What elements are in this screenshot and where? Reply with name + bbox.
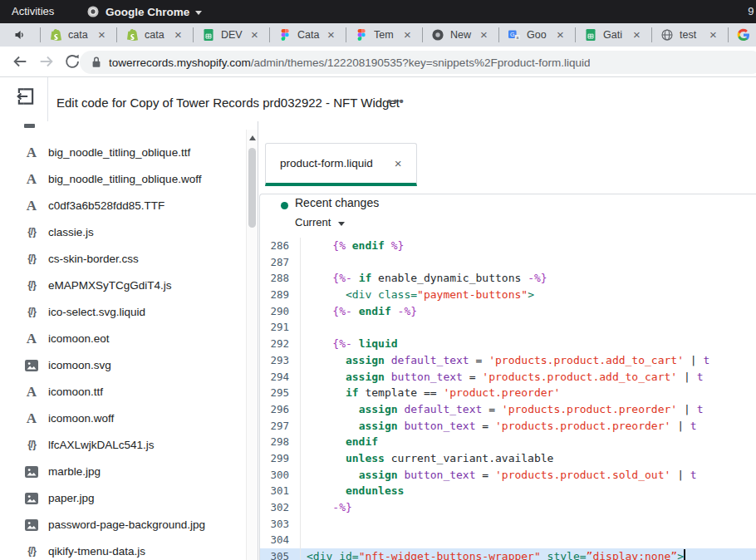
- line-number: 289: [260, 287, 301, 303]
- browser-tab[interactable]: test×: [651, 23, 728, 47]
- file-item[interactable]: paper.jpg: [0, 484, 239, 511]
- code-lines[interactable]: 286 {% endif %}287288 {%- if enable_dyna…: [260, 238, 756, 560]
- file-item[interactable]: {/}cs-skin-border.css: [0, 245, 239, 272]
- app-menu[interactable]: Google Chrome: [86, 0, 202, 23]
- code-line[interactable]: 296 assign default_text = 'products.prod…: [260, 401, 756, 418]
- tab-close-icon[interactable]: ×: [480, 28, 488, 42]
- editor-tab-close-icon[interactable]: ×: [395, 156, 402, 170]
- line-number: 301: [260, 483, 301, 499]
- exit-editor-button[interactable]: [15, 86, 37, 107]
- tab-close-icon[interactable]: ×: [251, 28, 258, 42]
- browser-tab[interactable]: DEV×: [193, 23, 269, 47]
- code-line[interactable]: 286 {% endif %}: [260, 238, 756, 254]
- tab-close-icon[interactable]: ×: [327, 28, 335, 42]
- line-number: 286: [260, 238, 301, 254]
- line-number: 297: [260, 418, 301, 435]
- line-number: 294: [260, 369, 301, 386]
- image-file-icon: [22, 357, 41, 372]
- scrollbar-thumb[interactable]: [248, 148, 256, 228]
- browser-tab[interactable]: cata×: [40, 23, 116, 47]
- file-item[interactable]: icomoon.svg: [0, 351, 239, 378]
- file-name: big_noodle_titling_oblique.ttf: [48, 146, 190, 159]
- code-line[interactable]: 297 assign button_text = 'products.produ…: [260, 418, 756, 435]
- code-line[interactable]: 292 {%- liquid: [260, 336, 756, 352]
- app-menu-label: Google Chrome: [106, 6, 189, 18]
- activities-button[interactable]: Activities: [12, 0, 54, 23]
- browser-tab[interactable]: cata×: [116, 23, 193, 47]
- file-item[interactable]: Ac0df3a6b528fdd85.TTF: [0, 192, 239, 219]
- code-line[interactable]: 291: [260, 319, 756, 336]
- code-line[interactable]: 288 {%- if enable_dynamic_buttons -%}: [260, 270, 756, 287]
- version-dropdown-label: Current: [295, 216, 331, 228]
- file-item[interactable]: Abig_noodle_titling_oblique.ttf: [0, 139, 239, 165]
- file-item[interactable]: password-page-background.jpg: [0, 511, 239, 538]
- browser-tab[interactable]: Tem×: [346, 23, 422, 47]
- code-line[interactable]: 301 endunless: [260, 483, 756, 499]
- back-button[interactable]: [11, 52, 29, 71]
- figma-icon: [278, 28, 292, 42]
- line-number: 290: [260, 303, 301, 320]
- code-line[interactable]: 295 if template == 'product.preorder': [260, 385, 756, 401]
- line-number: 302: [260, 499, 301, 516]
- font-file-icon: A: [22, 385, 41, 399]
- code-line[interactable]: 304: [260, 532, 756, 548]
- editor-file-tab[interactable]: product-form.liquid ×: [265, 143, 417, 186]
- more-actions-button[interactable]: •••: [387, 77, 405, 125]
- recent-changes-label: Recent changes: [295, 196, 379, 209]
- tab-close-icon[interactable]: ×: [633, 28, 641, 42]
- code-line[interactable]: 294 assign button_text = 'products.produ…: [260, 369, 756, 386]
- shopify-icon: [125, 28, 139, 42]
- code-file-icon: {/}: [22, 306, 41, 317]
- file-item[interactable]: marble.jpg: [0, 458, 239, 484]
- tab-close-icon[interactable]: ×: [557, 28, 564, 42]
- partially-scrolled-item: [24, 124, 35, 128]
- reload-button[interactable]: [63, 52, 81, 71]
- scroll-up-arrow-icon[interactable]: [249, 135, 256, 140]
- code-line[interactable]: 302 -%}: [260, 499, 756, 516]
- file-item[interactable]: Aicomoon.woff: [0, 405, 239, 431]
- file-item[interactable]: {/}qikify-tmenu-data.js: [0, 538, 239, 560]
- code-line[interactable]: 305<div id="nft-widget-buttons-wrapper" …: [260, 548, 756, 560]
- file-item[interactable]: {/}eMAPMXSyTCgGdiT4.js: [0, 272, 239, 298]
- code-line[interactable]: 298 endif: [260, 434, 756, 450]
- code-line[interactable]: 289 <div class="payment-buttons">: [260, 287, 756, 303]
- browser-tab[interactable]: [728, 23, 756, 47]
- code-line[interactable]: 300 assign button_text = 'products.produ…: [260, 467, 756, 484]
- line-number: 300: [260, 467, 301, 484]
- file-item[interactable]: Abig_noodle_titling_oblique.woff: [0, 165, 239, 192]
- unsaved-changes-dot: [281, 202, 288, 209]
- browser-tab[interactable]: Gati×: [575, 23, 651, 47]
- file-name: eMAPMXSyTCgGdiT4.js: [48, 279, 172, 292]
- file-name: ico-select.svg.liquid: [48, 306, 145, 318]
- system-clock[interactable]: 9 A: [748, 0, 756, 23]
- code-line[interactable]: 299 unless current_variant.available: [260, 450, 756, 467]
- lock-icon[interactable]: [91, 56, 101, 69]
- code-line[interactable]: 287: [260, 254, 756, 271]
- forward-button[interactable]: [37, 52, 56, 71]
- file-item[interactable]: Aicomoon.eot: [0, 325, 239, 351]
- code-line[interactable]: 293 assign default_text = 'products.prod…: [260, 352, 756, 369]
- address-bar[interactable]: towerrecords.myshopify.com/admin/themes/…: [80, 51, 756, 74]
- file-item[interactable]: {/}ico-select.svg.liquid: [0, 298, 239, 325]
- file-item[interactable]: {/}lfcAXLwjkDALc541.js: [0, 431, 239, 458]
- version-dropdown[interactable]: Current: [295, 216, 345, 228]
- code-line[interactable]: 303: [260, 516, 756, 533]
- font-file-icon: A: [22, 199, 41, 213]
- file-item[interactable]: {/}classie.js: [0, 219, 239, 245]
- tab-close-icon[interactable]: ×: [404, 28, 411, 42]
- tab-title: New: [450, 29, 479, 41]
- tab-close-icon[interactable]: ×: [709, 28, 717, 42]
- tab-title: Gati: [603, 29, 631, 41]
- browser-tab[interactable]: Cata×: [269, 23, 346, 47]
- file-name: icomoon.svg: [48, 359, 111, 371]
- tab-close-icon[interactable]: ×: [98, 28, 106, 42]
- line-number: 296: [260, 401, 301, 418]
- tab-close-icon[interactable]: ×: [174, 28, 182, 42]
- sidebar-scrollbar[interactable]: [246, 130, 258, 560]
- browser-tab[interactable]: New×: [422, 23, 498, 47]
- file-item[interactable]: Aicomoon.ttf: [0, 378, 239, 405]
- browser-tab[interactable]: GaGoo×: [498, 23, 575, 47]
- recent-changes-panel: Recent changes Current: [260, 194, 756, 238]
- code-line[interactable]: 290 {%- endif -%}: [260, 303, 756, 320]
- audio-indicator[interactable]: [0, 28, 40, 42]
